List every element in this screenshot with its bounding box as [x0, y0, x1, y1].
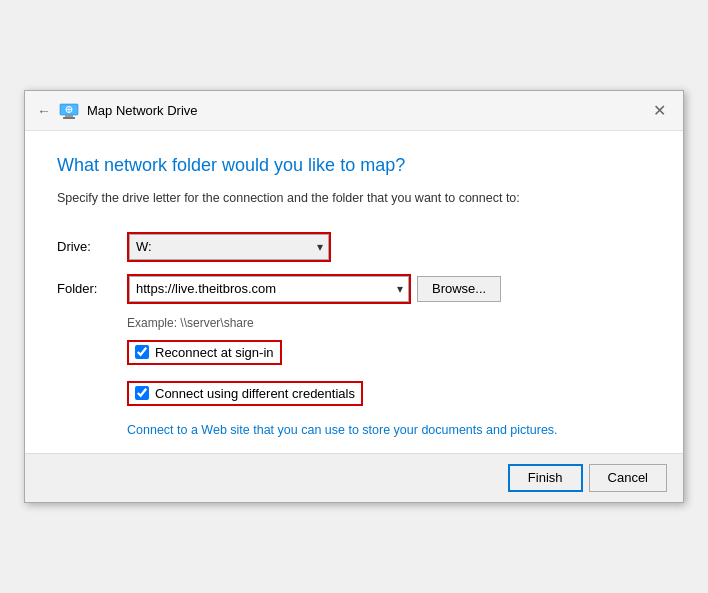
network-drive-icon — [59, 101, 79, 121]
reconnect-checkbox[interactable] — [135, 345, 149, 359]
web-link-row: Connect to a Web site that you can use t… — [127, 422, 651, 437]
folder-select[interactable]: https://live.theitbros.com — [129, 276, 409, 302]
credentials-checkbox[interactable] — [135, 386, 149, 400]
drive-label: Drive: — [57, 239, 127, 254]
reconnect-checkbox-label[interactable]: Reconnect at sign-in — [127, 340, 282, 365]
svg-rect-1 — [65, 115, 73, 117]
folder-input-group: https://live.theitbros.com Browse... — [127, 274, 501, 304]
folder-select-wrapper: https://live.theitbros.com — [129, 276, 409, 302]
credentials-checkbox-label[interactable]: Connect using different credentials — [127, 381, 363, 406]
dialog-title: Map Network Drive — [87, 103, 198, 118]
browse-button[interactable]: Browse... — [417, 276, 501, 302]
web-link[interactable]: Connect to a Web site that you can use t… — [127, 423, 558, 437]
title-bar: ← Map Network Drive ✕ — [25, 91, 683, 131]
example-text: Example: \\server\share — [127, 316, 651, 330]
svg-rect-2 — [63, 117, 75, 119]
back-arrow-icon[interactable]: ← — [37, 103, 51, 119]
folder-row: Folder: https://live.theitbros.com Brows… — [57, 274, 651, 304]
cancel-button[interactable]: Cancel — [589, 464, 667, 492]
folder-label: Folder: — [57, 281, 127, 296]
main-question: What network folder would you like to ma… — [57, 155, 651, 176]
drive-select-wrapper: W: A: B: C: D: E: F: G: — [129, 234, 329, 260]
close-button[interactable]: ✕ — [647, 99, 671, 123]
credentials-row: Connect using different credentials — [57, 381, 651, 414]
dialog-content: What network folder would you like to ma… — [25, 131, 683, 453]
finish-button[interactable]: Finish — [508, 464, 583, 492]
reconnect-label: Reconnect at sign-in — [155, 345, 274, 360]
reconnect-row: Reconnect at sign-in — [57, 340, 651, 373]
drive-select[interactable]: W: A: B: C: D: E: F: G: — [129, 234, 329, 260]
map-network-drive-dialog: ← Map Network Drive ✕ What network folde… — [24, 90, 684, 503]
title-bar-left: ← Map Network Drive — [37, 101, 198, 121]
description-text: Specify the drive letter for the connect… — [57, 190, 651, 208]
drive-select-border: W: A: B: C: D: E: F: G: — [127, 232, 331, 262]
dialog-footer: Finish Cancel — [25, 453, 683, 502]
credentials-label: Connect using different credentials — [155, 386, 355, 401]
drive-row: Drive: W: A: B: C: D: E: F: G: — [57, 232, 651, 262]
folder-select-border: https://live.theitbros.com — [127, 274, 411, 304]
